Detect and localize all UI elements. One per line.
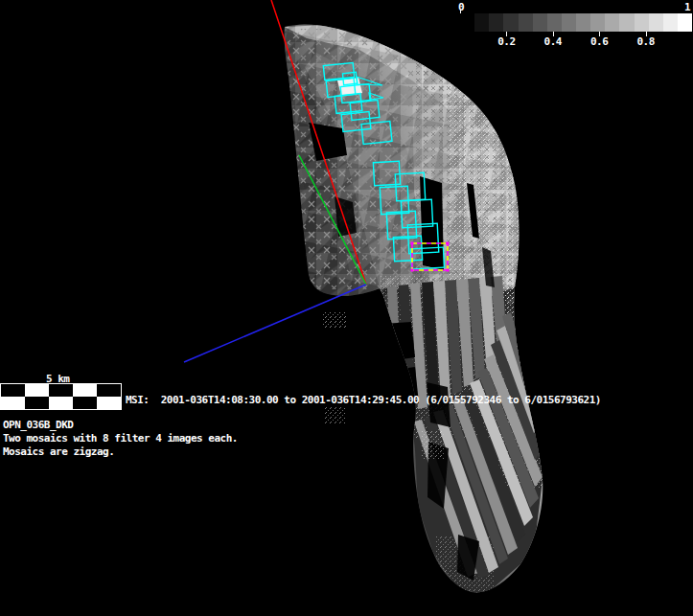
mesh-fragment [324, 406, 345, 423]
sequence-id: OPN_036B_DKD [3, 419, 238, 432]
colorbar-segment [519, 13, 533, 32]
scale-bar-cell [97, 397, 121, 409]
colorbar-segment [663, 13, 678, 32]
colorbar-segment [619, 13, 634, 32]
colorbar-segment [590, 13, 605, 32]
colorbar-legend: 0 1 0.20.40.60.8 [458, 0, 693, 50]
colorbar-segment [474, 13, 489, 32]
scale-bar-cell [49, 397, 73, 409]
status-line: MSI: 2001-036T14:08:30.00 to 2001-036T14… [126, 394, 601, 406]
asteroid-shape-model [283, 24, 544, 595]
mesh-fragment [422, 431, 445, 460]
colorbar-segment [576, 13, 590, 32]
viewport-3d[interactable]: 0 1 0.20.40.60.8 5 km MSI: 2001-036T14:0… [0, 0, 693, 616]
scene-canvas [0, 0, 693, 616]
colorbar-segment [605, 13, 619, 32]
scale-bar-cell [97, 384, 121, 397]
colorbar-segment [533, 13, 547, 32]
colorbar-segment [678, 13, 692, 32]
scale-bar-cell [73, 397, 97, 409]
target-box-corner [411, 269, 414, 272]
mesh-fragment [322, 312, 347, 328]
scale-bar-cell [49, 384, 73, 397]
scale-bar-cell [25, 384, 49, 397]
scale-bar: 5 km [0, 373, 127, 411]
colorbar-tick-label: 0.8 [636, 35, 654, 48]
colorbar-max-label: 1 [684, 1, 690, 13]
target-box-corner [447, 242, 450, 245]
target-box-corner [411, 242, 414, 245]
annotation-line-3: Mosaics are zigzag. [3, 445, 238, 459]
colorbar-segment [649, 13, 663, 32]
scale-bar-cell [1, 384, 25, 397]
colorbar-tick-label: 0.6 [590, 35, 608, 48]
colorbar-segment [547, 13, 562, 32]
scale-bar-checker [0, 383, 122, 410]
colorbar-segment [489, 13, 503, 32]
colorbar-segment [503, 13, 518, 32]
annotation-block: OPN_036B_DKD Two mosaics with 8 filter 4… [3, 419, 238, 459]
scale-bar-cell [73, 384, 97, 397]
annotation-line-2: Two mosaics with 8 filter 4 images each. [3, 432, 238, 445]
colorbar-min-label: 0 [458, 1, 464, 13]
scale-bar-cell [1, 397, 25, 409]
colorbar-tick-label: 0.4 [544, 35, 562, 48]
colorbar-segment [562, 13, 576, 32]
colorbar-gradient [460, 13, 692, 32]
target-box-corner [447, 269, 450, 272]
colorbar-segment [460, 13, 474, 32]
scale-bar-cell [25, 397, 49, 409]
colorbar-segment [635, 13, 649, 32]
colorbar-tick-label: 0.2 [497, 35, 515, 48]
